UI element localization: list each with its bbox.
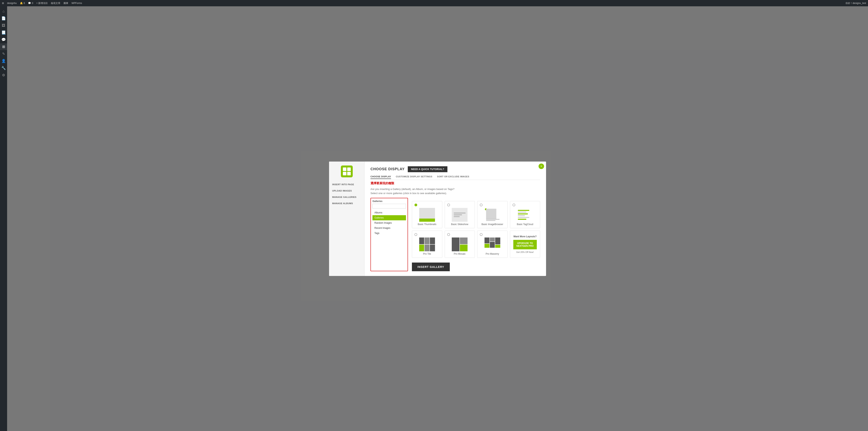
masonry-2-2 xyxy=(490,242,495,248)
logo-cell-4 xyxy=(347,172,351,175)
radio-basic-slideshow[interactable] xyxy=(447,204,450,206)
description-text-2: Select one or more galleries (click in b… xyxy=(370,192,540,195)
comment-count[interactable]: 💬 0 xyxy=(28,2,33,4)
wpforms-btn[interactable]: WPForms xyxy=(71,2,82,4)
pro-tile-cell-3 xyxy=(430,238,435,244)
sidebar-icon-settings[interactable]: ⚙ xyxy=(0,72,7,79)
tagline-1 xyxy=(518,210,529,211)
tagline-5 xyxy=(518,217,529,218)
insert-gallery-button[interactable]: INSERT GALLERY xyxy=(412,263,450,271)
pro-tile-cell-6 xyxy=(430,245,435,251)
sidebar-icon-gallery[interactable]: ⊞ xyxy=(0,43,7,50)
gallery-label-basic-tagcloud: Basic TagCloud xyxy=(517,223,533,226)
sidebar-icon-forms[interactable]: ✎ xyxy=(0,51,7,57)
sidebar-nav-manage-galleries[interactable]: MANAGE GALLERIES xyxy=(329,194,364,200)
radio-basic-imagebrowser[interactable] xyxy=(480,204,483,206)
slideshow-line-2 xyxy=(454,214,462,215)
sidebar-icon-home[interactable]: ⌂ xyxy=(0,8,7,14)
slideshow-line-3 xyxy=(454,216,460,217)
gallery-label-basic-thumbnails: Basic Thumbnails xyxy=(418,223,437,226)
modal-overlay: × INSERT INTO PAGE UPLOAD IMAGES xyxy=(7,6,868,431)
modal-body: INSERT INTO PAGE UPLOAD IMAGES MANAGE GA… xyxy=(329,161,546,276)
radio-pro-tile[interactable] xyxy=(414,233,417,236)
notif-count[interactable]: 🔔 6 xyxy=(20,2,25,4)
gallery-item-basic-imagebrowser[interactable]: Basic ImageBrowser xyxy=(477,201,507,228)
tagline-3 xyxy=(518,213,528,214)
sidebar-nav-upload-images[interactable]: UPLOAD IMAGES xyxy=(329,188,364,194)
step-choose-display[interactable]: CHOOSE DISPLAY xyxy=(370,175,391,179)
dropdown-search-input[interactable] xyxy=(372,204,406,209)
description-text-1: Are you inserting a Gallery (default), a… xyxy=(370,188,540,190)
preview-basic-slideshow xyxy=(452,208,468,222)
gallery-item-basic-tagcloud[interactable]: Basic TagCloud xyxy=(510,201,540,228)
admin-bar: ⊞ designhu 🔔 6 💬 0 + 新增項目 檢視文章 圖庫 WPForm… xyxy=(0,0,868,6)
modal-sidebar: INSERT INTO PAGE UPLOAD IMAGES MANAGE GA… xyxy=(329,161,365,276)
gallery-item-basic-thumbnails[interactable]: Basic Thumbnails xyxy=(412,201,442,228)
dropdown-option-galleries[interactable]: Galleries xyxy=(372,215,406,220)
logo-cell-2 xyxy=(347,167,351,171)
gallery-label-basic-slideshow: Basic Slideshow xyxy=(451,223,468,226)
sidebar-icon-users[interactable]: 👤 xyxy=(0,58,7,64)
upgrade-button[interactable]: UPGRADE TONEXTGEN PRO xyxy=(513,240,537,249)
modal-logo xyxy=(329,165,364,177)
site-name[interactable]: designhu xyxy=(7,2,17,4)
step-customize-settings[interactable]: CUSTOMIZE DISPLAY SETTINGS xyxy=(396,175,432,179)
store-btn[interactable]: 圖庫 xyxy=(64,2,68,5)
gallery-item-pro-masonry[interactable]: Pro Masonry xyxy=(477,230,507,258)
preview-pro-masonry xyxy=(485,238,500,251)
modal-header: CHOOSE DISPLAY NEED A QUICK TUTORIAL? xyxy=(370,166,540,172)
steps-nav: CHOOSE DISPLAY CUSTOMIZE DISPLAY SETTING… xyxy=(370,175,540,180)
upgrade-box: Want More Layouts? UPGRADE TONEXTGEN PRO… xyxy=(510,230,540,258)
mosaic-cell-2 xyxy=(460,238,468,244)
new-item-btn[interactable]: + 新增項目 xyxy=(36,2,48,5)
gallery-item-pro-tile[interactable]: Pro Tile xyxy=(412,230,442,258)
tutorial-button[interactable]: NEED A QUICK TUTORIAL? xyxy=(408,166,447,172)
dropdown-option-recent-images[interactable]: Recent Images xyxy=(372,225,406,230)
masonry-3-1 xyxy=(495,238,500,244)
modal-main-wrapper: CHOOSE DISPLAY NEED A QUICK TUTORIAL? CH… xyxy=(365,161,546,276)
modal-close-button[interactable]: × xyxy=(538,163,544,169)
edit-post-btn[interactable]: 檢視文章 xyxy=(51,2,60,5)
pro-tile-cell-5 xyxy=(425,245,430,251)
preview-pro-tile xyxy=(419,238,435,251)
slideshow-lines xyxy=(454,212,466,217)
imgbrowser-line-2 xyxy=(486,220,496,221)
logo-cell-3 xyxy=(343,172,346,175)
modal: × INSERT INTO PAGE UPLOAD IMAGES xyxy=(329,161,546,276)
chinese-label: 選擇要展現的種類 xyxy=(370,182,540,185)
wp-logo-icon[interactable]: ⊞ xyxy=(2,2,4,4)
logo-box xyxy=(341,165,353,177)
masonry-1-2 xyxy=(485,244,490,248)
imagebrowser-lines xyxy=(486,219,499,221)
dropdown-option-random-images[interactable]: Random Images xyxy=(372,220,406,225)
sidebar-nav-manage-albums[interactable]: MANAGE ALBUMS xyxy=(329,200,364,207)
sidebar-nav-insert-into-page[interactable]: INSERT INTO PAGE xyxy=(329,181,364,188)
gallery-item-basic-slideshow[interactable]: Basic Slideshow xyxy=(445,201,475,228)
step-sort-exclude[interactable]: SORT OR EXCLUDE IMAGES xyxy=(437,175,469,179)
gallery-label-pro-mosaic: Pro Mosaic xyxy=(454,252,466,255)
gallery-item-pro-mosaic[interactable]: Pro Mosaic xyxy=(445,230,475,258)
sidebar-icon-comments[interactable]: 💬 xyxy=(0,36,7,43)
modal-title: CHOOSE DISPLAY xyxy=(370,167,405,171)
radio-basic-tagcloud[interactable] xyxy=(513,204,515,206)
dropdown-option-tags[interactable]: Tags xyxy=(372,230,406,236)
pro-tile-cell-1 xyxy=(419,238,424,244)
dropdown-option-albums[interactable]: Albums xyxy=(372,210,406,215)
tagline-4 xyxy=(518,215,525,216)
sidebar-icon-media[interactable]: 🖼 xyxy=(0,22,7,29)
sidebar-icon-tools[interactable]: 🔧 xyxy=(0,65,7,71)
gallery-grid: Basic Thumbnails xyxy=(412,201,540,258)
sidebar-icon-posts[interactable]: 📄 xyxy=(0,15,7,22)
dropdown-container: Galleries Albums Galleries Random Images… xyxy=(370,198,408,271)
gallery-label-basic-imagebrowser: Basic ImageBrowser xyxy=(482,223,503,226)
radio-pro-masonry[interactable] xyxy=(480,233,483,236)
radio-basic-thumbnails[interactable] xyxy=(414,204,417,206)
pro-tile-cell-4 xyxy=(419,245,424,251)
gallery-options-area: Basic Thumbnails xyxy=(412,198,540,271)
greeting: 你好！designu_test xyxy=(845,2,866,5)
preview-tagcloud xyxy=(517,208,533,222)
radio-pro-mosaic[interactable] xyxy=(447,233,450,236)
dropdown-galleries-label: Galleries xyxy=(372,200,406,203)
sidebar-icon-pages[interactable]: 📃 xyxy=(0,29,7,36)
tagline-6 xyxy=(518,219,526,220)
